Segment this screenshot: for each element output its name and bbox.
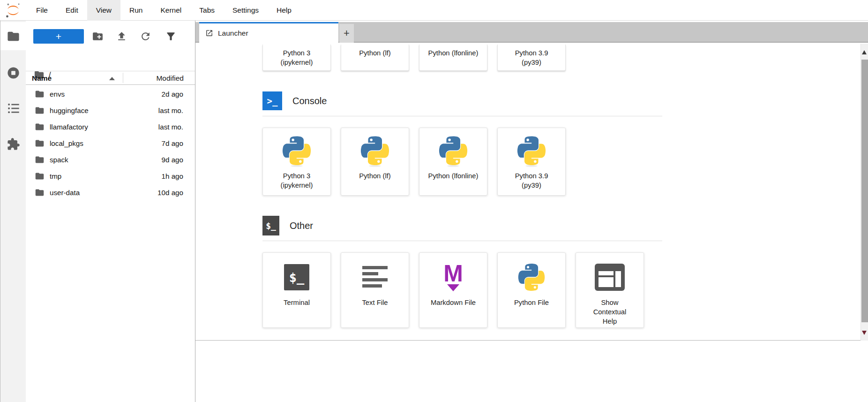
- left-sidebar: [0, 21, 26, 402]
- console-card-python-lfonline[interactable]: Python (lfonline): [419, 128, 487, 196]
- card-label: Python 3 (ipykernel): [270, 48, 323, 70]
- filter-icon[interactable]: [165, 30, 177, 42]
- launcher-card-cutoff[interactable]: Python 3 (ipykernel): [262, 45, 331, 71]
- launcher-card-cutoff[interactable]: Python (lfonline): [419, 45, 487, 71]
- menu-kernel[interactable]: Kernel: [151, 0, 190, 21]
- menu-edit[interactable]: Edit: [57, 0, 87, 21]
- folder-icon: [35, 155, 45, 165]
- scroll-up-arrow-icon[interactable]: [862, 50, 867, 54]
- card-label: Python (lf): [359, 48, 390, 70]
- card-label: Python 3 (ipykernel): [270, 171, 323, 190]
- launcher-card-cutoff[interactable]: Python (lf): [341, 45, 409, 71]
- terminal-icon-glyph: $_: [266, 221, 276, 231]
- python-icon: [438, 136, 468, 168]
- scroll-down-arrow-icon[interactable]: [862, 331, 867, 335]
- folder-icon: [35, 89, 45, 99]
- console-section-title: Console: [292, 96, 327, 106]
- other-card-text-file[interactable]: Text File: [341, 252, 409, 328]
- notebook-cards-cutoff-row: Python 3 (ipykernel) Python (lf) Python …: [262, 45, 868, 71]
- list-icon: [7, 102, 20, 115]
- console-icon: >_: [262, 91, 282, 110]
- other-card-python-file[interactable]: Python File: [497, 252, 566, 328]
- column-header-name[interactable]: Name: [32, 71, 52, 85]
- main-dock-area: Launcher + Python 3 (ipykernel) Python (…: [195, 21, 868, 402]
- menu-tabs[interactable]: Tabs: [190, 0, 224, 21]
- file-row-envs[interactable]: envs 2d ago: [26, 86, 195, 102]
- file-name: envs: [50, 90, 65, 98]
- contextual-help-icon: [595, 262, 625, 292]
- launcher-card-cutoff[interactable]: Python 3.9 (py39): [497, 45, 566, 71]
- column-separator: [123, 73, 123, 83]
- file-list: envs 2d ago huggingface last mo. llamafa…: [26, 86, 195, 201]
- file-row-local_pkgs[interactable]: local_pkgs 7d ago: [26, 135, 195, 152]
- console-icon-glyph: >_: [267, 96, 278, 106]
- other-card-markdown-file[interactable]: M Markdown File: [419, 252, 487, 328]
- python-icon: [282, 136, 312, 168]
- sidebar-item-file-browser[interactable]: [0, 22, 26, 50]
- scrollbar-thumb[interactable]: [861, 60, 868, 322]
- card-label: Python 3.9 (py39): [505, 171, 558, 190]
- file-row-tmp[interactable]: tmp 1h ago: [26, 168, 195, 184]
- folder-icon: [35, 188, 45, 197]
- tab-label: Launcher: [218, 29, 248, 38]
- file-name: user-data: [50, 189, 80, 197]
- sidebar-item-table-of-contents[interactable]: [0, 95, 26, 122]
- other-card-show-contextual-help[interactable]: Show Contextual Help: [576, 252, 644, 328]
- file-modified: 9d ago: [162, 156, 183, 164]
- section-divider: [262, 241, 662, 241]
- upload-icon[interactable]: [116, 30, 127, 42]
- file-row-spack[interactable]: spack 9d ago: [26, 152, 195, 168]
- sidebar-item-running-kernels[interactable]: [0, 59, 26, 86]
- stop-circle-icon: [7, 66, 20, 80]
- tab-launcher[interactable]: Launcher: [199, 22, 338, 43]
- console-card-python-lf[interactable]: Python (lf): [341, 128, 409, 196]
- file-name: spack: [50, 156, 68, 164]
- sort-ascending-icon: [109, 77, 115, 80]
- new-folder-icon[interactable]: [92, 30, 104, 42]
- column-header-modified[interactable]: Modified: [156, 71, 184, 85]
- vertical-scrollbar[interactable]: [861, 44, 868, 341]
- file-row-llamafactory[interactable]: llamafactory last mo.: [26, 119, 195, 135]
- new-tab-button[interactable]: +: [339, 24, 354, 43]
- file-modified: 7d ago: [162, 139, 183, 147]
- terminal-icon: $_: [284, 262, 309, 292]
- file-modified: 2d ago: [162, 90, 183, 98]
- console-cards-row: Python 3 (ipykernel) Python (lf): [262, 128, 868, 196]
- card-label: Text File: [362, 298, 388, 307]
- refresh-icon[interactable]: [140, 30, 151, 42]
- menu-view[interactable]: View: [87, 0, 120, 21]
- folder-icon: [35, 171, 45, 181]
- puzzle-icon: [7, 137, 20, 151]
- card-label: Show Contextual Help: [590, 298, 629, 326]
- file-modified: 1h ago: [162, 172, 183, 180]
- file-browser-panel: + / Name Modified envs: [26, 21, 195, 402]
- folder-icon: [35, 138, 45, 148]
- other-card-terminal[interactable]: $_ Terminal: [262, 252, 331, 328]
- file-row-huggingface[interactable]: huggingface last mo.: [26, 102, 195, 119]
- file-modified: 10d ago: [157, 189, 183, 197]
- menu-bar: File Edit View Run Kernel Tabs Settings …: [0, 0, 868, 21]
- file-row-user-data[interactable]: user-data 10d ago: [26, 184, 195, 201]
- file-name: huggingface: [50, 106, 89, 114]
- sidebar-item-extensions[interactable]: [0, 130, 26, 158]
- terminal-icon: $_: [262, 216, 279, 235]
- menu-settings[interactable]: Settings: [224, 0, 268, 21]
- tab-bar: Launcher +: [195, 22, 868, 43]
- card-label: Markdown File: [431, 298, 476, 307]
- file-name: llamafactory: [50, 123, 88, 131]
- jupyterlab-app: File Edit View Run Kernel Tabs Settings …: [0, 0, 868, 402]
- console-card-python3-ipykernel[interactable]: Python 3 (ipykernel): [262, 128, 331, 196]
- card-label: Python File: [514, 298, 549, 307]
- launcher-content: Python 3 (ipykernel) Python (lf) Python …: [195, 44, 868, 341]
- menu-run[interactable]: Run: [120, 0, 151, 21]
- card-label: Python (lf): [359, 171, 390, 181]
- new-launcher-button[interactable]: +: [33, 29, 84, 44]
- card-label: Python 3.9 (py39): [505, 48, 558, 70]
- markdown-icon: M: [439, 262, 467, 292]
- menu-file[interactable]: File: [27, 0, 57, 21]
- console-card-python39-py39[interactable]: Python 3.9 (py39): [497, 128, 566, 196]
- menu-help[interactable]: Help: [268, 0, 300, 21]
- card-label: Python (lfonline): [428, 48, 479, 70]
- file-name: local_pkgs: [50, 139, 83, 147]
- section-divider: [262, 116, 662, 116]
